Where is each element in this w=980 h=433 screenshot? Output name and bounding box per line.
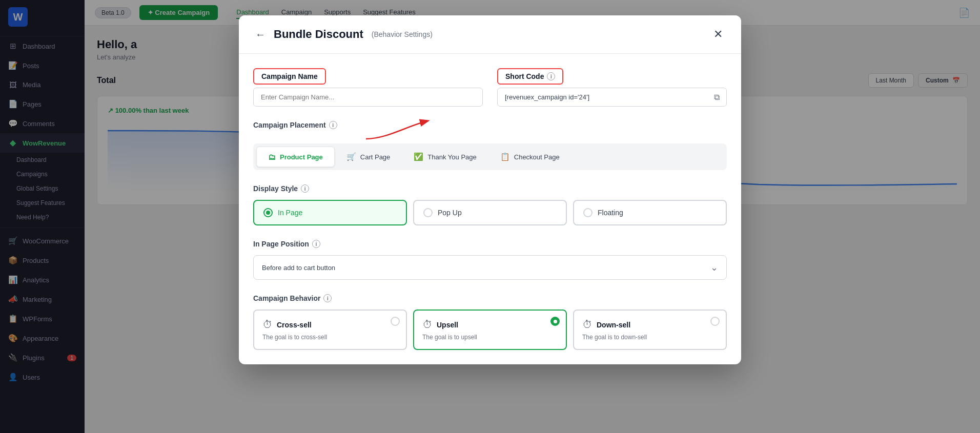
position-info-icon[interactable]: i [312,240,320,248]
product-page-tab-icon: 🗂 [268,153,276,161]
style-option-floating[interactable]: Floating [573,200,727,225]
tab-thank-you-page[interactable]: ✅ Thank You Page [402,147,488,167]
placement-info-icon[interactable]: i [329,121,337,129]
crosssell-header: ⏱ Cross-sell [262,319,398,331]
behavior-crosssell[interactable]: ⏱ Cross-sell The goal is to cross-sell [253,310,407,350]
campaign-name-label: Campaign Name [257,70,322,83]
campaign-behavior-label: Campaign Behavior i [253,294,727,302]
modal-subtitle: (Behavior Settings) [372,30,433,38]
radio-floating [583,208,593,217]
cart-page-tab-icon: 🛒 [346,152,356,161]
short-code-group: Short Code i ⧉ [497,68,727,107]
modal-body: Campaign Name Short Code i [239,54,741,364]
tab-cart-page[interactable]: 🛒 Cart Page [335,147,402,167]
downsell-icon: ⏱ [582,319,593,331]
campaign-name-group: Campaign Name [253,68,483,107]
chevron-down-icon: ⌄ [710,262,718,273]
copy-icon: ⧉ [714,93,720,101]
tab-checkout-page[interactable]: 📋 Checkout Page [488,147,571,167]
display-style-label: Display Style i [253,184,727,193]
downsell-header: ⏱ Down-sell [582,319,718,331]
thank-you-tab-icon: ✅ [414,152,423,161]
checkout-tab-icon: 📋 [500,152,510,161]
placement-label: Campaign Placement i [253,121,337,129]
campaign-name-input[interactable] [253,88,483,107]
in-page-position-label: In Page Position i [253,240,727,248]
modal: ← Bundle Discount (Behavior Settings) ✕ … [239,15,741,364]
modal-back-button[interactable]: ← [253,27,268,43]
display-style-options: In Page Pop Up Floating [253,200,727,225]
placement-tabs: 🗂 Product Page 🛒 Cart Page ✅ Thank You P… [253,143,727,170]
modal-overlay[interactable]: ← Bundle Discount (Behavior Settings) ✕ … [0,0,980,433]
short-code-label-wrapper: Short Code i [497,68,563,85]
short-code-wrapper: ⧉ [497,88,727,107]
radio-popup [423,208,433,217]
behavior-downsell[interactable]: ⏱ Down-sell The goal is to down-sell [573,310,727,350]
campaign-name-label-wrapper: Campaign Name [253,68,326,85]
behavior-options: ⏱ Cross-sell The goal is to cross-sell ⏱… [253,310,727,350]
radio-downsell [710,317,720,326]
modal-close-button[interactable]: ✕ [709,26,727,43]
behavior-info-icon[interactable]: i [323,294,332,302]
arrow-annotation-svg [356,116,438,141]
behavior-upsell[interactable]: ⏱ Upsell The goal is to upsell [413,310,567,350]
modal-header: ← Bundle Discount (Behavior Settings) ✕ [239,15,741,54]
modal-title: Bundle Discount [274,28,363,41]
short-code-input[interactable] [497,88,727,107]
tab-product-page[interactable]: 🗂 Product Page [256,147,335,167]
short-code-info-icon[interactable]: i [547,72,555,80]
style-option-popup[interactable]: Pop Up [413,200,567,225]
crosssell-icon: ⏱ [262,319,273,331]
radio-in-page [263,208,273,217]
form-row-name-shortcode: Campaign Name Short Code i [253,68,727,107]
upsell-header: ⏱ Upsell [422,319,558,331]
short-code-label: Short Code i [501,70,559,83]
display-style-info-icon[interactable]: i [301,184,309,193]
radio-upsell [550,317,560,326]
copy-shortcode-button[interactable]: ⧉ [712,91,722,104]
position-dropdown[interactable]: Before add to cart button ⌄ [253,255,727,280]
radio-crosssell [391,317,400,326]
style-option-in-page[interactable]: In Page [253,200,407,225]
upsell-icon: ⏱ [422,319,433,331]
placement-section-header: Campaign Placement i [253,121,727,136]
